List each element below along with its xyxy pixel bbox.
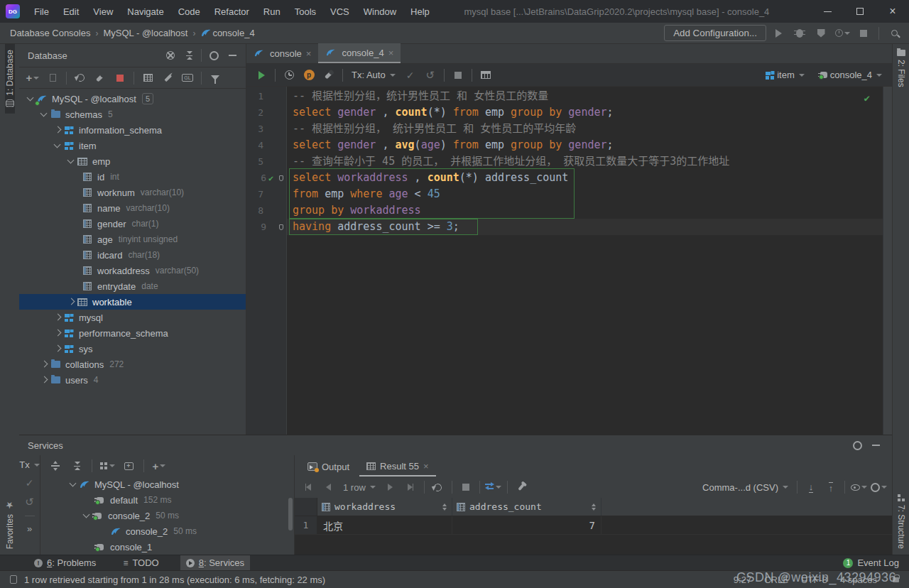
parameters-button[interactable]: p [300, 67, 318, 84]
event-log-button[interactable]: Event Log [857, 557, 899, 568]
datasource-properties-button[interactable] [91, 70, 109, 87]
menu-tools[interactable]: Tools [288, 0, 323, 23]
stop-query-button[interactable] [449, 67, 467, 84]
cell-workaddress[interactable]: 北京 [317, 516, 452, 534]
tree-item-column-age[interactable]: age tinyint unsigned [19, 232, 246, 247]
history-button[interactable] [280, 67, 298, 84]
tab-console-4[interactable]: console_4 × [318, 43, 401, 63]
tab-result-55[interactable]: Result 55 × [359, 457, 436, 477]
modify-button[interactable] [158, 70, 177, 87]
services-scrollbar[interactable] [288, 498, 293, 530]
export-format-selector[interactable]: Comma-...d (CSV) [698, 482, 793, 493]
disconnect-button[interactable] [111, 70, 129, 87]
tree-item-users[interactable]: users 4 [19, 372, 246, 388]
compare-button[interactable] [484, 479, 503, 496]
tree-item-mysql-localhost[interactable]: MySQL - @localhost 5 [19, 91, 246, 107]
run-button[interactable] [769, 25, 788, 42]
status-icon[interactable] [10, 575, 17, 584]
tx-mode-selector[interactable]: Tx: Auto [347, 70, 400, 80]
tree-item-sys[interactable]: sys [19, 341, 246, 356]
menu-run[interactable]: Run [256, 0, 288, 23]
duplicate-button[interactable] [43, 70, 62, 87]
pin-tab-button[interactable] [512, 479, 530, 496]
column-header-address-count[interactable]: address_count [452, 498, 602, 516]
search-everywhere-button[interactable] [885, 25, 903, 42]
last-page-button[interactable] [401, 479, 420, 496]
expand-all-button[interactable] [46, 457, 65, 474]
editor-scrollbar[interactable] [883, 87, 892, 435]
tree-item-column-worknum[interactable]: worknum varchar(10) [19, 185, 246, 200]
close-button[interactable]: × [876, 0, 909, 23]
tree-item-information-schema[interactable]: information_schema [19, 122, 246, 138]
breadcrumb-database-consoles[interactable]: Database Consoles [10, 28, 90, 38]
first-page-button[interactable] [299, 479, 317, 496]
hide-panel-button[interactable] [223, 47, 241, 64]
reload-page-button[interactable] [429, 479, 447, 496]
menu-refactor[interactable]: Refactor [207, 0, 256, 23]
open-table-button[interactable] [138, 70, 157, 87]
view-options-button[interactable] [849, 479, 868, 496]
menu-window[interactable]: Window [356, 0, 403, 23]
close-tab-icon[interactable]: × [306, 48, 312, 59]
tree-item-mysql-schema[interactable]: mysql [19, 310, 246, 325]
refresh-button[interactable] [71, 70, 89, 87]
previous-page-button[interactable] [319, 479, 337, 496]
sort-arrows-icon[interactable] [592, 503, 597, 511]
tree-item-worktable[interactable]: worktable [19, 294, 246, 310]
result-row-1[interactable]: 1 北京 7 [295, 516, 892, 535]
commit-icon[interactable]: ✓ [26, 477, 34, 489]
export-data-button[interactable]: ↓ [802, 479, 820, 496]
jump-to-console-button[interactable]: GL [178, 70, 197, 87]
stop-button[interactable] [854, 25, 873, 42]
schema-selector[interactable]: item [761, 70, 809, 80]
tree-item-column-name[interactable]: name varchar(10) [19, 200, 246, 216]
sort-arrows-icon[interactable] [442, 503, 447, 511]
profiler-button[interactable] [833, 25, 851, 42]
add-service-button[interactable]: + [150, 457, 168, 474]
tree-item-performance-schema[interactable]: performance_schema [19, 325, 246, 341]
maximize-button[interactable] [844, 0, 876, 23]
collapse-all-button[interactable] [180, 47, 198, 64]
toolwindow-button-structure[interactable]: 7: Structure [896, 489, 906, 555]
breadcrumb-console[interactable]: console_4 [212, 28, 254, 38]
import-data-button[interactable]: ↑ [822, 479, 840, 496]
column-header-workaddress[interactable]: workaddress [317, 498, 452, 516]
minimize-button[interactable] [811, 0, 844, 23]
tx-toggle-button[interactable]: Tx [19, 459, 39, 470]
tree-item-column-id[interactable]: id int [19, 169, 246, 185]
collapse-all-button[interactable] [67, 457, 86, 474]
encoding-selector[interactable]: UTF-8 [801, 575, 827, 585]
console-settings-button[interactable] [320, 67, 338, 84]
more-actions-button[interactable]: » [27, 523, 32, 534]
page-size-selector[interactable]: 1 row [339, 482, 380, 493]
service-item-console-1[interactable]: console_1 [40, 539, 294, 555]
datasource-settings-button[interactable] [161, 47, 180, 64]
indent-selector[interactable]: 4 spaces [840, 575, 877, 585]
menu-file[interactable]: File [27, 0, 56, 23]
tab-console[interactable]: console × [246, 43, 318, 63]
open-in-new-frame-button[interactable]: + [119, 457, 138, 474]
code-editor[interactable]: 1 2 3 4 5 6✔ 7 8 9 [246, 87, 892, 435]
menu-help[interactable]: Help [403, 0, 437, 23]
menu-code[interactable]: Code [171, 0, 207, 23]
service-item-default[interactable]: default 152 ms [40, 492, 294, 508]
rollback-icon[interactable]: ↺ [25, 496, 34, 508]
tree-item-item[interactable]: item [19, 138, 246, 153]
tab-output[interactable]: Output [300, 457, 356, 477]
coverage-button[interactable] [812, 25, 830, 42]
code-text-area[interactable]: -- 根据性别分组，统计男性员工 和 女性员工的数量 select gender… [287, 87, 883, 435]
menu-view[interactable]: View [86, 0, 120, 23]
breadcrumb-datasource[interactable]: MySQL - @localhost [103, 28, 187, 38]
commit-button[interactable]: ✓ [401, 67, 420, 84]
execute-button[interactable] [252, 67, 271, 84]
toolwindow-button-database[interactable]: 1: Database [5, 44, 15, 114]
menu-edit[interactable]: Edit [56, 0, 86, 23]
panel-options-button[interactable] [205, 47, 223, 64]
service-item-mysql-localhost[interactable]: MySQL - @localhost [40, 477, 294, 492]
tree-item-collations[interactable]: collations 272 [19, 356, 246, 372]
close-tab-icon[interactable]: × [388, 48, 394, 58]
debug-button[interactable] [790, 25, 809, 42]
toolwindow-button-favorites[interactable]: Favorites ★ [4, 494, 15, 555]
tree-item-column-workaddress[interactable]: workaddress varchar(50) [19, 263, 246, 278]
caret-position[interactable]: 9:27 [734, 575, 751, 585]
